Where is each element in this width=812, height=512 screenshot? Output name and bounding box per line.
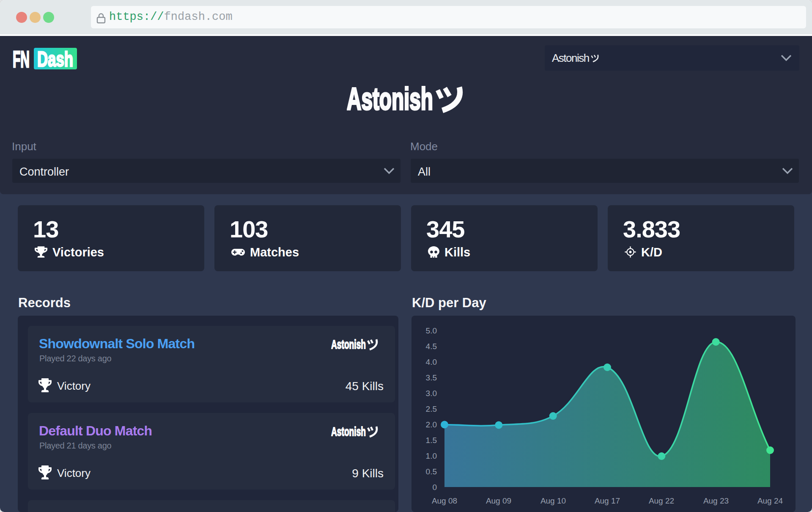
svg-text:1.5: 1.5 bbox=[426, 436, 437, 445]
svg-text:0: 0 bbox=[432, 483, 437, 492]
svg-text:Astonish: Astonish bbox=[331, 338, 366, 351]
svg-text:1.0: 1.0 bbox=[426, 451, 437, 460]
svg-text:5.0: 5.0 bbox=[426, 326, 437, 335]
svg-text:2.5: 2.5 bbox=[426, 405, 437, 413]
svg-text:Aug 24: Aug 24 bbox=[757, 496, 783, 505]
svg-text:4.0: 4.0 bbox=[426, 358, 437, 366]
svg-text:Dash: Dash bbox=[37, 48, 73, 70]
svg-text:Astonish: Astonish bbox=[347, 84, 433, 116]
svg-text:Aug 17: Aug 17 bbox=[595, 496, 620, 505]
svg-text:Aug 22: Aug 22 bbox=[649, 496, 674, 505]
svg-text:0.5: 0.5 bbox=[426, 467, 437, 476]
svg-text:FN: FN bbox=[13, 48, 30, 70]
svg-text:4.5: 4.5 bbox=[426, 342, 437, 351]
svg-text:Aug 09: Aug 09 bbox=[486, 496, 511, 505]
svg-text:Aug 08: Aug 08 bbox=[432, 496, 457, 505]
svg-text:Astonish: Astonish bbox=[331, 425, 366, 438]
svg-text:3.5: 3.5 bbox=[426, 373, 437, 382]
svg-text:2.0: 2.0 bbox=[426, 420, 437, 429]
svg-text:Aug 10: Aug 10 bbox=[540, 496, 566, 505]
svg-text:Aug 23: Aug 23 bbox=[703, 496, 729, 505]
svg-text:3.0: 3.0 bbox=[426, 389, 437, 398]
